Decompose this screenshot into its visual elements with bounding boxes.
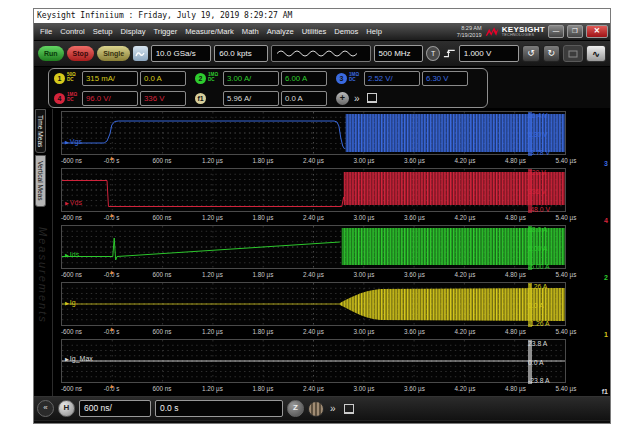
- time-tick: 1.80 µs: [253, 271, 274, 278]
- time-tick: -600 ns: [61, 328, 82, 335]
- coupling-badge-2: 1MΩDC: [208, 73, 221, 83]
- menu-measure-mark[interactable]: Measure/Mark: [181, 27, 238, 36]
- waveform-panel-ig[interactable]: ▶Ig1.26 A0.0 A-1.26 A: [61, 282, 566, 326]
- time-tick: 4.20 µs: [455, 271, 476, 278]
- menu-help[interactable]: Help: [362, 27, 386, 36]
- channel-f1-scale-field[interactable]: 5.96 A/: [223, 91, 279, 106]
- time-tick: 3.00 µs: [354, 271, 375, 278]
- close-button[interactable]: ✕: [586, 25, 608, 38]
- zoom-button[interactable]: Z: [287, 400, 304, 417]
- scale-readouts-ig_max: 23.8 A0.0 A-23.8 A: [523, 340, 565, 384]
- time-axis: -600 ns-0.0 s600 ns1.20 µs1.80 µs2.40 µs…: [61, 155, 566, 168]
- single-button[interactable]: Single: [97, 46, 130, 61]
- menu-utilities[interactable]: Utilities: [298, 27, 330, 36]
- channel-2-scale-field[interactable]: 3.00 A/: [223, 71, 279, 86]
- restore-button[interactable]: ❐: [567, 25, 583, 38]
- tab-time-meas[interactable]: Time Meas: [35, 109, 46, 153]
- channel-edge-bar: [528, 169, 532, 213]
- left-tab-strip: Time Meas Vertical Meas Measurements: [34, 109, 53, 396]
- channel-4-offset-field[interactable]: 336 V: [140, 91, 186, 106]
- redo-button[interactable]: ↻: [543, 45, 560, 62]
- bottom-popout-icon[interactable]: [344, 404, 354, 414]
- channel-1-offset-field[interactable]: 0.0 A: [140, 71, 186, 86]
- channel-4-scale-field[interactable]: 96.0 V/: [82, 91, 138, 106]
- timebase-field[interactable]: 600 ns/: [79, 400, 151, 417]
- time-axis: -600 ns-0.0 s600 ns1.20 µs1.80 µs2.40 µs…: [61, 383, 566, 396]
- time-tick: 1.80 µs: [253, 385, 274, 392]
- menu-control[interactable]: Control: [56, 27, 88, 36]
- channel-button-f1[interactable]: f1: [195, 93, 206, 104]
- popout-icon[interactable]: [367, 93, 377, 103]
- channels-row-1: 150ΩDC315 mA/0.0 A21MΩDC3.00 A/6.00 A31M…: [34, 67, 610, 87]
- time-tick: 600 ns: [153, 385, 172, 392]
- channel-3-scale-field[interactable]: 2.52 V/: [364, 71, 420, 86]
- undo-button[interactable]: ↺: [522, 45, 539, 62]
- waveform-row-vds: ▶Vds720 V336 V-48.0 V-600 ns-0.0 s600 ns…: [61, 168, 610, 225]
- channel-button-4[interactable]: 4: [54, 93, 65, 104]
- channel-2-offset-field[interactable]: 6.00 A: [281, 71, 327, 86]
- channel-3-offset-field[interactable]: 6.30 V: [422, 71, 468, 86]
- time-tick: 600 ns: [153, 271, 172, 278]
- trace-label-vds: ▶Vds: [65, 199, 82, 206]
- expand-chevrons-icon[interactable]: »: [354, 93, 360, 104]
- ground-marker-icon: ▶: [65, 252, 69, 258]
- display-settings-icon[interactable]: [563, 45, 583, 62]
- oscilloscope-window: Keysight Infiniium : Friday, July 19, 20…: [33, 8, 611, 424]
- channel-marker-3: 3: [604, 160, 608, 167]
- horizontal-menu-button[interactable]: H: [58, 400, 75, 417]
- menu-analyze[interactable]: Analyze: [263, 27, 298, 36]
- channels-row-2: 41MΩDC96.0 V/336 Vf15.96 A/0.0 A + »: [34, 87, 610, 107]
- menu-trigger[interactable]: Trigger: [150, 27, 182, 36]
- channel-button-1[interactable]: 1: [54, 73, 65, 84]
- waveform-panel-ig_max[interactable]: ▶Ig_Max23.8 A0.0 A-23.8 A: [61, 339, 566, 383]
- time-tick: 1.80 µs: [253, 214, 274, 221]
- time-tick: 2.40 µs: [303, 157, 324, 164]
- trace-label-vgs: ▶Vgs: [65, 138, 82, 145]
- trigger-level-field[interactable]: 1.000 V: [459, 45, 520, 62]
- waveform-panel-vds[interactable]: ▶Vds720 V336 V-48.0 V: [61, 168, 566, 212]
- channel-button-3[interactable]: 3: [336, 73, 347, 84]
- channel-f1-offset-field[interactable]: 0.0 A: [281, 91, 327, 106]
- stop-button[interactable]: Stop: [67, 46, 95, 61]
- toolbar-right: ∿: [563, 45, 606, 62]
- time-tick: 5.40 µs: [556, 214, 577, 221]
- menu-display[interactable]: Display: [117, 27, 150, 36]
- waveform-panel-ids[interactable]: ▶Ids18.0 A6.00 A-6.00 A: [61, 225, 566, 269]
- waveform-style-indicator[interactable]: [271, 45, 371, 62]
- run-button[interactable]: Run: [38, 46, 64, 61]
- ground-marker-icon: ▶: [65, 139, 69, 145]
- touch-icon[interactable]: [133, 46, 147, 61]
- tab-vertical-meas[interactable]: Vertical Meas: [35, 155, 46, 207]
- menu-math[interactable]: Math: [238, 27, 263, 36]
- collapse-button[interactable]: «: [37, 400, 54, 417]
- rising-edge-icon[interactable]: [443, 47, 456, 60]
- horizontal-knob-icon[interactable]: [308, 401, 324, 417]
- channel-1-scale-field[interactable]: 315 mA/: [82, 71, 138, 86]
- menu-setup[interactable]: Setup: [89, 27, 117, 36]
- menu-demos[interactable]: Demos: [330, 27, 362, 36]
- trigger-marker-icon: ▲: [109, 326, 115, 332]
- channel-button-2[interactable]: 2: [195, 73, 206, 84]
- taskbar-handle[interactable]: [246, 423, 294, 424]
- status-clock: 8:29 AM 7/19/2019: [457, 25, 482, 38]
- waveform-panel-vgs[interactable]: ▶Vgs16.4 V6.30 V-3.78 V: [61, 111, 566, 155]
- time-tick: 3.60 µs: [404, 385, 425, 392]
- time-axis: -600 ns-0.0 s600 ns1.20 µs1.80 µs2.40 µs…: [61, 212, 566, 225]
- minimize-button[interactable]: —: [548, 25, 564, 38]
- bottom-expand-chevrons-icon[interactable]: »: [330, 403, 336, 414]
- bandwidth-field[interactable]: 500 MHz: [374, 45, 424, 62]
- horizontal-position-field[interactable]: 0.0 s: [155, 400, 283, 417]
- waveform-cursor-icon[interactable]: ∿: [586, 45, 606, 62]
- sine-wave-icon: [275, 48, 367, 59]
- trace-label-ids: ▶Ids: [65, 251, 79, 258]
- horizontal-bar: « H 600 ns/ 0.0 s Z »: [34, 396, 610, 420]
- memory-depth-field[interactable]: 60.0 kpts: [214, 45, 267, 62]
- time-tick: 3.00 µs: [354, 328, 375, 335]
- trigger-circle-icon[interactable]: T: [426, 46, 440, 61]
- waveform-row-vgs: ▶Vgs16.4 V6.30 V-3.78 V-600 ns-0.0 s600 …: [61, 111, 610, 168]
- add-channel-button[interactable]: +: [336, 92, 349, 105]
- sample-rate-field[interactable]: 10.0 GSa/s: [151, 45, 212, 62]
- time-tick: 5.40 µs: [556, 271, 577, 278]
- time-tick: 600 ns: [153, 214, 172, 221]
- menu-file[interactable]: File: [36, 27, 56, 36]
